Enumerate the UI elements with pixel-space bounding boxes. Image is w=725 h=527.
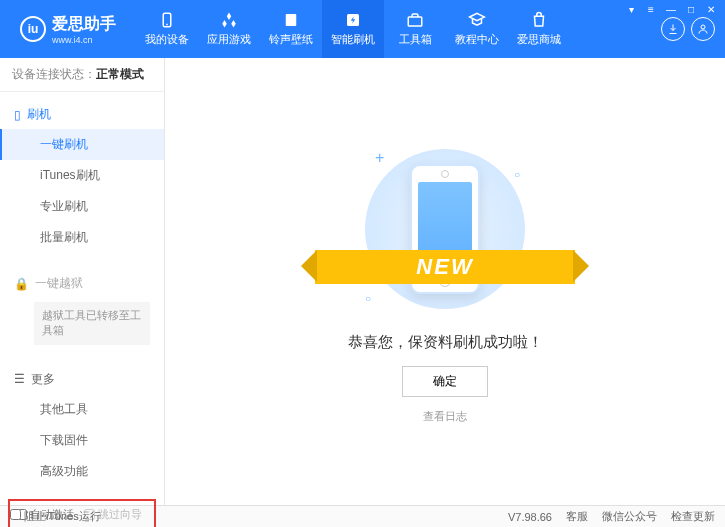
sidebar-item-other[interactable]: 其他工具 xyxy=(0,394,164,425)
view-log-link[interactable]: 查看日志 xyxy=(423,409,467,424)
maximize-icon[interactable]: □ xyxy=(683,2,699,16)
svg-point-5 xyxy=(701,25,705,29)
sidebar-item-batch[interactable]: 批量刷机 xyxy=(0,222,164,253)
lock-icon: 🔒 xyxy=(14,277,29,291)
support-link[interactable]: 客服 xyxy=(566,509,588,524)
sidebar-item-pro[interactable]: 专业刷机 xyxy=(0,191,164,222)
minimize-icon[interactable]: — xyxy=(663,2,679,16)
logo: iu 爱思助手 www.i4.cn xyxy=(10,14,126,45)
sidebar-item-advanced[interactable]: 高级功能 xyxy=(0,456,164,487)
sidebar-item-download-fw[interactable]: 下载固件 xyxy=(0,425,164,456)
new-banner: NEW xyxy=(315,250,575,284)
sidebar-item-itunes[interactable]: iTunes刷机 xyxy=(0,160,164,191)
nav-store[interactable]: 爱思商城 xyxy=(508,0,570,58)
logo-icon: iu xyxy=(20,16,46,42)
user-button[interactable] xyxy=(691,17,715,41)
app-header: iu 爱思助手 www.i4.cn 我的设备 应用游戏 铃声壁纸 智能刷机 工具… xyxy=(0,0,725,58)
svg-rect-4 xyxy=(408,17,422,26)
apps-icon xyxy=(220,11,238,29)
sidebar-section-jailbreak: 🔒 一键越狱 xyxy=(0,269,164,298)
block-itunes-checkbox[interactable]: 阻止iTunes运行 xyxy=(10,509,101,524)
toolbox-icon xyxy=(406,11,424,29)
svg-rect-2 xyxy=(286,14,297,26)
sidebar-section-more[interactable]: ☰ 更多 xyxy=(0,365,164,394)
nav-my-device[interactable]: 我的设备 xyxy=(136,0,198,58)
shopping-icon[interactable]: ▾ xyxy=(623,2,639,16)
app-name: 爱思助手 xyxy=(52,14,116,35)
menu-icon[interactable]: ≡ xyxy=(643,2,659,16)
top-nav: 我的设备 应用游戏 铃声壁纸 智能刷机 工具箱 教程中心 爱思商城 xyxy=(136,0,570,58)
wechat-link[interactable]: 微信公众号 xyxy=(602,509,657,524)
nav-flash[interactable]: 智能刷机 xyxy=(322,0,384,58)
list-icon: ☰ xyxy=(14,372,25,386)
app-url: www.i4.cn xyxy=(52,35,116,45)
jailbreak-note: 越狱工具已转移至工具箱 xyxy=(34,302,150,345)
version-label: V7.98.66 xyxy=(508,511,552,523)
nav-toolbox[interactable]: 工具箱 xyxy=(384,0,446,58)
nav-ringtone[interactable]: 铃声壁纸 xyxy=(260,0,322,58)
store-icon xyxy=(530,11,548,29)
update-link[interactable]: 检查更新 xyxy=(671,509,715,524)
sidebar: 设备连接状态：正常模式 ▯ 刷机 一键刷机 iTunes刷机 专业刷机 批量刷机… xyxy=(0,58,165,505)
device-icon xyxy=(158,11,176,29)
tutorial-icon xyxy=(468,11,486,29)
ringtone-icon xyxy=(282,11,300,29)
success-message: 恭喜您，保资料刷机成功啦！ xyxy=(348,333,543,352)
close-icon[interactable]: ✕ xyxy=(703,2,719,16)
flash-icon xyxy=(344,11,362,29)
connection-status: 设备连接状态：正常模式 xyxy=(0,58,164,92)
success-illustration: + ○ ○ + NEW xyxy=(355,139,535,319)
download-button[interactable] xyxy=(661,17,685,41)
nav-apps[interactable]: 应用游戏 xyxy=(198,0,260,58)
sidebar-section-flash[interactable]: ▯ 刷机 xyxy=(0,100,164,129)
nav-tutorial[interactable]: 教程中心 xyxy=(446,0,508,58)
sidebar-item-oneclick[interactable]: 一键刷机 xyxy=(0,129,164,160)
phone-icon: ▯ xyxy=(14,108,21,122)
main-content: + ○ ○ + NEW 恭喜您，保资料刷机成功啦！ 确定 查看日志 xyxy=(165,58,725,505)
ok-button[interactable]: 确定 xyxy=(402,366,488,397)
